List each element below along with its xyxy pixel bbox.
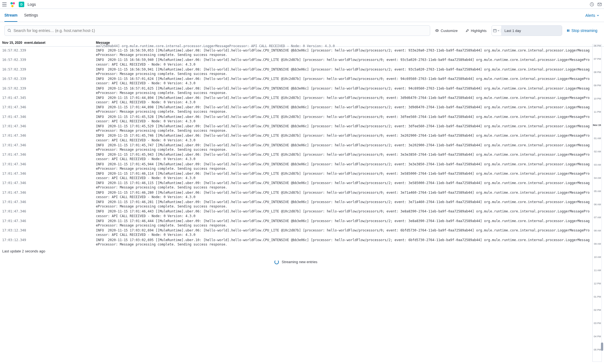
- calendar-icon[interactable]: [492, 29, 501, 33]
- controls-bar: Customize Highlights Last 1 day Stop str…: [0, 22, 604, 39]
- log-row-cutoff: aa72589ab44] org.mule.runtime.core.inter…: [0, 44, 592, 47]
- customize-button[interactable]: Customize: [432, 25, 460, 36]
- search-input[interactable]: [14, 28, 427, 33]
- date-picker[interactable]: Last 1 day: [492, 25, 562, 36]
- stop-streaming-label: Stop streaming: [571, 28, 597, 33]
- hamburger-menu-icon[interactable]: [2, 2, 7, 6]
- page-title: Logs: [28, 2, 36, 7]
- tab-stream[interactable]: Stream: [4, 9, 17, 22]
- log-viewport[interactable]: aa72589ab44] org.mule.runtime.core.inter…: [0, 44, 592, 47]
- newsfeed-icon[interactable]: [590, 2, 594, 7]
- tab-settings[interactable]: Settings: [24, 9, 38, 22]
- mail-icon[interactable]: [597, 2, 602, 7]
- time-minimap[interactable]: 06 PM07 PM08 PM09 PM10 PM11 PMNov 1501 A…: [592, 44, 602, 47]
- stop-streaming-button[interactable]: Stop streaming: [564, 28, 600, 33]
- minimap-tick: 06 PM: [594, 44, 601, 47]
- highlights-label: Highlights: [471, 29, 487, 33]
- app-badge[interactable]: D: [19, 2, 24, 7]
- svg-rect-5: [567, 29, 568, 32]
- alerts-dropdown[interactable]: Alerts: [585, 13, 600, 18]
- highlights-button[interactable]: Highlights: [463, 25, 489, 36]
- alerts-label: Alerts: [585, 13, 595, 18]
- svg-rect-6: [568, 29, 569, 32]
- chevron-down-icon: [596, 14, 600, 17]
- chevron-down-icon: [497, 29, 500, 32]
- pause-icon: [567, 29, 570, 32]
- eye-icon: [435, 29, 439, 33]
- subnav: Stream Settings Alerts: [0, 9, 604, 22]
- svg-rect-4: [494, 29, 497, 32]
- topbar: D Logs: [0, 0, 604, 9]
- elastic-logo-icon[interactable]: [10, 2, 15, 7]
- svg-point-2: [8, 29, 10, 32]
- search-box[interactable]: [4, 25, 430, 36]
- customize-label: Customize: [441, 29, 457, 33]
- search-icon: [7, 29, 11, 33]
- svg-point-3: [437, 30, 438, 31]
- highlight-icon: [465, 29, 469, 33]
- date-range-label[interactable]: Last 1 day: [501, 26, 562, 36]
